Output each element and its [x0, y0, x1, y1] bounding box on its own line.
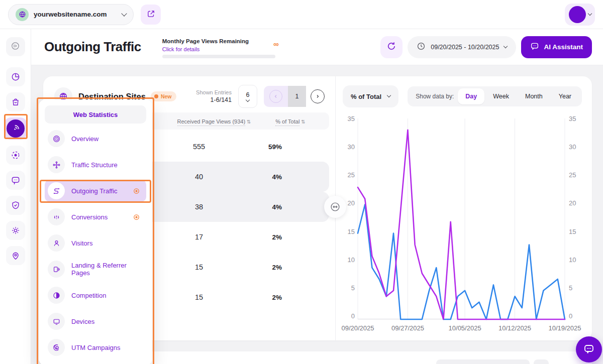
quota-details-link[interactable]: Click for details: [162, 46, 249, 52]
percent-cell: 4%: [237, 173, 282, 181]
external-link-icon: [147, 10, 155, 20]
collapse-sidebar-button[interactable]: [6, 37, 25, 56]
menu-item-label: UTM Campaigns: [71, 344, 121, 351]
visitors-icon: [48, 234, 65, 252]
sidebar-item-shield-check[interactable]: [6, 196, 25, 215]
chevron-down-icon: [387, 93, 391, 97]
period-option-week[interactable]: Week: [485, 88, 517, 104]
sidebar-item-settings-gear[interactable]: [6, 221, 25, 240]
avatar: [569, 6, 586, 23]
landing-referrer-icon: [48, 261, 65, 278]
menu-item-utm-campaigns[interactable]: UTM Campaigns: [45, 336, 146, 358]
column-percent-of-total[interactable]: % of Total: [275, 118, 299, 126]
views-cell: 40: [161, 173, 237, 181]
period-option-year[interactable]: Year: [551, 88, 579, 104]
menu-items: OverviewTraffic StructureOutgoing Traffi…: [45, 128, 146, 358]
menu-item-label: Traffic Structure: [71, 161, 118, 169]
y-tick-right: 0: [569, 313, 572, 319]
sidebar-item-shopping-bag[interactable]: [6, 92, 25, 111]
x-tick-label: 10/19/2025: [548, 324, 581, 332]
menu-item-outgoing-traffic[interactable]: Outgoing Traffic: [45, 180, 146, 202]
y-axis-right: 35302520151050: [565, 115, 582, 334]
current-page: 1: [288, 86, 306, 107]
next-page-button[interactable]: [306, 86, 329, 107]
collapse-arrow-icon: [11, 41, 20, 52]
sort-icon: ⇅: [247, 119, 251, 125]
sidebar-item-screen-record[interactable]: [6, 146, 25, 165]
percent-cell: 59%: [237, 143, 282, 151]
date-range-picker[interactable]: 09/20/2025 - 10/20/2025: [408, 36, 516, 58]
plot-area[interactable]: 09/20/202509/27/202510/05/202510/12/2025…: [358, 115, 565, 334]
overview-icon: [48, 130, 65, 147]
pane-divider: [335, 76, 336, 340]
quota-progress-bar: [162, 55, 275, 58]
refresh-button[interactable]: [380, 36, 403, 58]
section-placeholder: [534, 359, 549, 364]
percent-cell: 2%: [237, 294, 282, 301]
shield-check-icon: [11, 200, 21, 210]
prev-page-button[interactable]: [264, 86, 288, 107]
menu-item-visitors[interactable]: Visitors: [45, 232, 146, 254]
chevron-down-icon: [504, 44, 508, 48]
support-chat-button[interactable]: [576, 336, 602, 362]
x-axis-labels: 09/20/202509/27/202510/05/202510/12/2025…: [358, 324, 565, 333]
menu-item-landing-referrer-pages[interactable]: Landing & Referrer Pages: [45, 258, 146, 280]
app-window: yourwebsitename.com Outgoing Traffic: [0, 0, 603, 364]
page-size-selector[interactable]: 6: [238, 85, 257, 108]
x-tick-label: 10/12/2025: [498, 324, 531, 332]
chevron-down-icon: [587, 11, 591, 15]
quota-title: Monthly Page Views Remaining: [162, 38, 249, 44]
metric-dropdown[interactable]: % of Total: [343, 85, 398, 107]
header-actions: 09/20/2025 - 10/20/2025 AI Assistant: [380, 36, 592, 58]
menu-item-traffic-structure[interactable]: Traffic Structure: [45, 154, 146, 176]
location-pin-icon: [11, 251, 21, 261]
blue-series-line: [358, 204, 565, 319]
ai-assistant-button[interactable]: AI Assistant: [521, 36, 592, 58]
x-tick-label: 10/05/2025: [449, 324, 481, 332]
x-tick-label: 09/27/2025: [391, 324, 424, 332]
sidebar-item-radar[interactable]: [5, 117, 27, 140]
section-placeholder: [436, 359, 530, 364]
competition-icon: [48, 287, 65, 304]
outgoing-traffic-icon: [48, 182, 65, 199]
y-axis-left: 35302520151050: [343, 115, 358, 334]
y-tick-left: 25: [348, 172, 355, 178]
period-option-day[interactable]: Day: [458, 88, 484, 104]
chat-bubble-icon: [530, 42, 539, 52]
y-tick-left: 10: [348, 257, 355, 263]
web-statistics-menu: Web Statistics OverviewTraffic Structure…: [39, 99, 152, 364]
period-option-month[interactable]: Month: [518, 88, 550, 104]
chevron-down-icon: [246, 98, 250, 102]
sidebar-item-location-pin[interactable]: [6, 246, 25, 265]
open-site-button[interactable]: [141, 5, 161, 25]
menu-item-overview[interactable]: Overview: [45, 128, 146, 150]
pagination: 1: [264, 86, 329, 107]
y-tick-right: 15: [569, 228, 576, 235]
y-tick-right: 25: [569, 172, 576, 178]
sidebar-item-pie-chart[interactable]: [6, 67, 25, 86]
resize-handle[interactable]: [324, 196, 346, 218]
menu-item-devices[interactable]: Devices: [45, 310, 146, 332]
infinity-value: ∞: [273, 40, 279, 48]
y-tick-left: 20: [348, 200, 355, 206]
new-badge: New: [151, 91, 177, 101]
sidebar-item-chat-bubble[interactable]: [6, 171, 25, 190]
column-received-page-views[interactable]: Received Page Views (934): [177, 118, 246, 126]
percent-cell: 2%: [237, 233, 282, 241]
show-data-by-label: Show data by:: [416, 93, 454, 100]
menu-item-competition[interactable]: Competition: [45, 284, 146, 306]
website-selector[interactable]: yourwebsitename.com: [8, 4, 134, 25]
views-cell: 38: [161, 203, 237, 211]
percent-cell: 2%: [237, 264, 282, 271]
y-tick-left: 30: [348, 144, 355, 150]
chat-bubble-icon: [11, 175, 21, 185]
arrow-left-icon: [269, 90, 282, 103]
badge-dot: [154, 94, 158, 98]
line-chart: 35302520151050 09/20/202509/27/202510/05…: [343, 115, 582, 334]
screen-record-icon: [11, 150, 21, 160]
account-menu[interactable]: [565, 4, 595, 26]
percent-cell: 4%: [237, 203, 282, 211]
menu-item-conversions[interactable]: Conversions: [45, 206, 146, 228]
views-cell: 555: [161, 143, 237, 151]
top-bar: yourwebsitename.com: [0, 0, 603, 29]
